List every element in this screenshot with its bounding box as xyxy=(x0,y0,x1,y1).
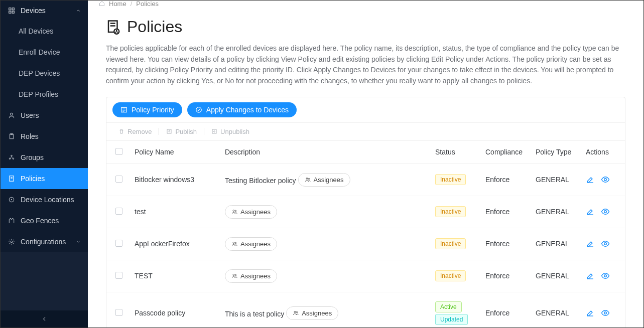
svg-point-16 xyxy=(116,30,117,31)
assignees-button[interactable]: Assignees xyxy=(286,306,338,320)
svg-point-12 xyxy=(11,199,12,200)
page-description: The policies applicable for each of the … xyxy=(106,43,625,87)
table-row: Bitlocker windows3 Testing Bitlocker pol… xyxy=(106,163,625,196)
th-policy-name[interactable]: Policy Name xyxy=(128,141,219,164)
sidebar-item-geo-fences[interactable]: Geo Fences xyxy=(1,210,88,231)
cell-policy-type: GENERAL xyxy=(530,163,580,196)
row-checkbox[interactable] xyxy=(115,208,122,215)
svg-point-21 xyxy=(306,178,308,180)
view-icon[interactable] xyxy=(601,308,610,317)
trash-icon xyxy=(118,128,124,134)
th-policy-type[interactable]: Policy Type xyxy=(530,141,580,164)
view-icon[interactable] xyxy=(601,271,610,280)
publish-tool[interactable]: Publish xyxy=(162,128,201,135)
card-top-buttons: Policy Priority Apply Changes to Devices xyxy=(106,97,625,123)
sidebar-item-label: Groups xyxy=(21,153,44,161)
people-icon xyxy=(231,273,237,279)
svg-point-7 xyxy=(11,155,12,156)
devices-icon xyxy=(8,7,16,14)
th-compliance[interactable]: Compliance xyxy=(479,141,530,164)
svg-point-31 xyxy=(235,275,236,276)
svg-point-29 xyxy=(604,243,607,245)
status-badge: Updated xyxy=(435,314,468,325)
assignees-button[interactable]: Assignees xyxy=(225,237,277,251)
assignees-button[interactable]: Assignees xyxy=(298,173,350,187)
breadcrumb-current: Policies xyxy=(136,1,159,8)
policies-card: Policy Priority Apply Changes to Devices… xyxy=(106,97,625,327)
sidebar-item-label: Device Locations xyxy=(21,196,74,204)
edit-icon[interactable] xyxy=(586,271,595,280)
table-toolbar: Remove Publish Unpublish xyxy=(106,123,625,141)
policy-priority-button[interactable]: Policy Priority xyxy=(112,102,182,117)
svg-point-35 xyxy=(604,312,607,314)
sidebar-item-configurations[interactable]: Configurations xyxy=(1,231,88,252)
svg-point-22 xyxy=(308,179,310,180)
svg-point-27 xyxy=(233,242,234,244)
sidebar-item-enroll-device[interactable]: Enroll Device xyxy=(1,42,88,63)
sidebar-item-groups[interactable]: Groups xyxy=(1,147,88,168)
chevron-up-icon xyxy=(76,8,81,13)
table-row: test Assignees Inactive Enforce GENERAL xyxy=(106,196,625,228)
row-checkbox[interactable] xyxy=(115,240,122,247)
sidebar-section-devices[interactable]: Devices xyxy=(1,1,88,21)
svg-point-24 xyxy=(233,210,234,212)
svg-point-30 xyxy=(233,274,234,276)
unpublish-tool[interactable]: Unpublish xyxy=(207,128,253,135)
row-checkbox[interactable] xyxy=(115,176,122,183)
edit-icon[interactable] xyxy=(586,239,595,248)
cell-policy-type: GENERAL xyxy=(530,228,580,260)
sidebar-section-label: Devices xyxy=(21,7,46,15)
remove-tool[interactable]: Remove xyxy=(114,128,156,135)
user-icon xyxy=(8,112,16,119)
view-icon[interactable] xyxy=(601,175,610,184)
edit-icon[interactable] xyxy=(586,207,595,216)
table-row: AppLockerFirefox Assignees Inactive Enfo… xyxy=(106,228,625,260)
cell-compliance: Enforce xyxy=(479,260,530,292)
sidebar-item-dep-devices[interactable]: DEP Devices xyxy=(1,63,88,84)
th-status[interactable]: Status xyxy=(429,141,479,164)
page-title: Policies xyxy=(106,18,625,36)
status-badge: Inactive xyxy=(435,206,466,217)
location-icon xyxy=(8,196,16,203)
sidebar: Devices All Devices Enroll Device DEP De… xyxy=(1,1,88,327)
assignees-button[interactable]: Assignees xyxy=(225,205,277,219)
svg-rect-1 xyxy=(12,8,14,10)
people-icon xyxy=(293,310,299,316)
sidebar-item-label: Geo Fences xyxy=(21,217,59,225)
th-description[interactable]: Description xyxy=(219,141,429,164)
sidebar-collapse-toggle[interactable] xyxy=(1,310,88,327)
sidebar-item-device-locations[interactable]: Device Locations xyxy=(1,189,88,210)
policies-table: Policy Name Description Status Complianc… xyxy=(106,141,625,327)
chevron-left-icon xyxy=(41,316,47,322)
sidebar-item-dep-profiles[interactable]: DEP Profiles xyxy=(1,84,88,105)
sidebar-item-label: Configurations xyxy=(21,238,66,246)
svg-rect-0 xyxy=(9,8,11,10)
svg-point-33 xyxy=(294,311,296,313)
row-checkbox[interactable] xyxy=(115,309,122,316)
edit-icon[interactable] xyxy=(586,308,595,317)
cell-policy-type: GENERAL xyxy=(530,292,580,327)
select-all-checkbox[interactable] xyxy=(115,148,122,155)
status-badge: Inactive xyxy=(435,174,466,185)
sidebar-item-roles[interactable]: Roles xyxy=(1,126,88,147)
view-icon[interactable] xyxy=(601,207,610,216)
apply-changes-button[interactable]: Apply Changes to Devices xyxy=(187,102,297,117)
sidebar-item-all-devices[interactable]: All Devices xyxy=(1,21,88,42)
view-icon[interactable] xyxy=(601,239,610,248)
table-row: Passcode policy This is a test policy As… xyxy=(106,292,625,327)
policies-icon xyxy=(8,175,16,182)
svg-point-32 xyxy=(604,275,607,277)
row-checkbox[interactable] xyxy=(115,272,122,279)
unpublish-icon xyxy=(211,128,217,134)
svg-point-18 xyxy=(196,107,202,113)
clipboard-icon xyxy=(8,133,16,140)
assignees-button[interactable]: Assignees xyxy=(225,269,277,283)
status-badge: Active xyxy=(435,301,462,312)
cell-compliance: Enforce xyxy=(479,163,530,196)
page-title-text: Policies xyxy=(127,18,182,36)
edit-icon[interactable] xyxy=(586,175,595,184)
cell-compliance: Enforce xyxy=(479,292,530,327)
sidebar-item-users[interactable]: Users xyxy=(1,105,88,126)
breadcrumb-home[interactable]: Home xyxy=(109,1,126,8)
sidebar-item-policies[interactable]: Policies xyxy=(1,168,88,189)
